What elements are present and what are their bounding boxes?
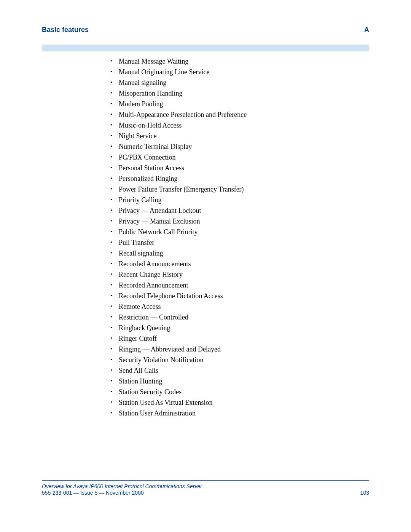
list-item: Manual signaling	[110, 77, 369, 88]
list-item: Night Service	[110, 131, 369, 141]
list-item: Security Violation Notification	[110, 355, 369, 365]
list-item: Personal Station Access	[110, 163, 369, 173]
footer-doc-id: 555-233-001 — Issue 5 — November 2000	[42, 490, 144, 496]
list-item: Multi-Appearance Preselection and Prefer…	[110, 109, 369, 120]
list-item: Privacy — Manual Exclusion	[110, 216, 369, 227]
list-item: Pull Transfer	[110, 237, 369, 248]
list-item: Ringing — Abbreviated and Delayed	[110, 344, 369, 355]
list-item: Recent Change History	[110, 269, 369, 280]
header-divider-bar	[42, 45, 369, 51]
list-item: Manual Originating Line Service	[110, 67, 369, 77]
list-item: Ringer Cutoff	[110, 333, 369, 344]
list-item: Remote Access	[110, 301, 369, 312]
list-item: Numeric Terminal Display	[110, 141, 369, 152]
footer-doc-title: Overview for Avaya IP600 Internet Protoc…	[42, 483, 369, 490]
list-item: Power Failure Transfer (Emergency Transf…	[110, 184, 369, 195]
list-item: Modem Pooling	[110, 99, 369, 109]
section-title: Basic features	[42, 26, 89, 34]
list-item: Manual Message Waiting	[110, 56, 369, 67]
feature-list: Manual Message WaitingManual Originating…	[42, 56, 369, 419]
list-item: Music-on-Hold Access	[110, 120, 369, 131]
page-header: Basic features A	[42, 26, 369, 34]
list-item: Recorded Announcement	[110, 280, 369, 291]
page-footer: Overview for Avaya IP600 Internet Protoc…	[42, 480, 369, 496]
list-item: Station User Administration	[110, 408, 369, 419]
list-item: Recorded Telephone Dictation Access	[110, 291, 369, 301]
list-item: Misoperation Handling	[110, 88, 369, 99]
list-item: Restriction — Controlled	[110, 312, 369, 323]
list-item: Public Network Call Priority	[110, 227, 369, 237]
list-item: Station Security Codes	[110, 387, 369, 397]
list-item: Ringback Queuing	[110, 323, 369, 333]
list-item: Recall signaling	[110, 248, 369, 259]
list-item: Station Used As Virtual Extension	[110, 397, 369, 408]
list-item: Recorded Announcements	[110, 259, 369, 269]
list-item: Personalized Ringing	[110, 173, 369, 184]
list-item: Station Hunting	[110, 376, 369, 387]
list-item: Send All Calls	[110, 365, 369, 376]
footer-rule	[42, 480, 369, 481]
list-item: Privacy — Attendant Lockout	[110, 205, 369, 216]
document-page: Basic features A Manual Message WaitingM…	[0, 0, 411, 532]
list-item: Priority Calling	[110, 195, 369, 205]
appendix-letter: A	[364, 26, 369, 34]
page-number: 103	[360, 490, 369, 496]
list-item: PC/PBX Connection	[110, 152, 369, 163]
